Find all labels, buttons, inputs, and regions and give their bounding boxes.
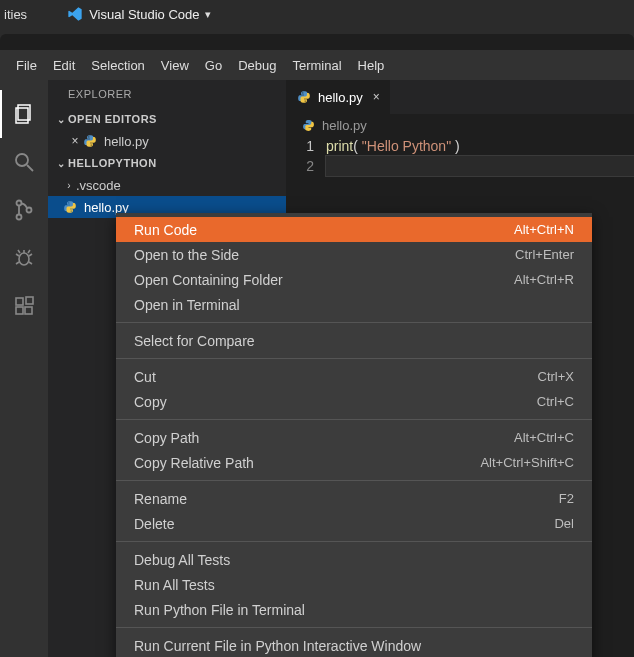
menu-debug[interactable]: Debug xyxy=(230,58,284,73)
context-menu-label: Copy Relative Path xyxy=(134,455,254,471)
context-menu-item[interactable]: Open Containing FolderAlt+Ctrl+R xyxy=(116,267,592,292)
menu-view[interactable]: View xyxy=(153,58,197,73)
menu-file[interactable]: File xyxy=(8,58,45,73)
app-title[interactable]: Visual Studio Code xyxy=(89,7,199,22)
close-icon[interactable]: × xyxy=(373,90,380,104)
window-top-edge xyxy=(0,34,634,50)
line-number: 2 xyxy=(286,156,314,176)
activity-explorer-icon[interactable] xyxy=(0,90,48,138)
menu-edit[interactable]: Edit xyxy=(45,58,83,73)
menu-help[interactable]: Help xyxy=(350,58,393,73)
activity-debug-icon[interactable] xyxy=(0,234,48,282)
context-menu-label: Open to the Side xyxy=(134,247,239,263)
os-titlebar: ities Visual Studio Code ▾ xyxy=(0,0,634,28)
context-menu-item[interactable]: CopyCtrl+C xyxy=(116,389,592,414)
python-file-icon xyxy=(300,117,316,133)
context-menu-shortcut: Alt+Ctrl+Shift+C xyxy=(480,455,574,470)
context-menu-item[interactable]: Open in Terminal xyxy=(116,292,592,317)
context-menu-item[interactable]: Debug All Tests xyxy=(116,547,592,572)
menu-separator xyxy=(116,627,592,628)
svg-rect-11 xyxy=(26,297,33,304)
context-menu-item[interactable]: Copy PathAlt+Ctrl+C xyxy=(116,425,592,450)
context-menu-label: Run Code xyxy=(134,222,197,238)
context-menu-item[interactable]: Open to the SideCtrl+Enter xyxy=(116,242,592,267)
context-menu-label: Copy Path xyxy=(134,430,199,446)
context-menu: Run CodeAlt+Ctrl+NOpen to the SideCtrl+E… xyxy=(116,213,592,657)
activities-label[interactable]: ities xyxy=(4,7,27,22)
menu-separator xyxy=(116,480,592,481)
svg-point-2 xyxy=(16,154,28,166)
menu-separator xyxy=(116,322,592,323)
context-menu-label: Open in Terminal xyxy=(134,297,240,313)
code-editor[interactable]: 1 2 print( "Hello Python" ) xyxy=(286,136,634,176)
context-menu-label: Debug All Tests xyxy=(134,552,230,568)
chevron-down-icon: ⌄ xyxy=(54,158,68,169)
context-menu-label: Delete xyxy=(134,516,174,532)
context-menu-label: Run Python File in Terminal xyxy=(134,602,305,618)
context-menu-item[interactable]: Run All Tests xyxy=(116,572,592,597)
menu-separator xyxy=(116,358,592,359)
line-number: 1 xyxy=(286,136,314,156)
context-menu-label: Run All Tests xyxy=(134,577,215,593)
context-menu-item[interactable]: RenameF2 xyxy=(116,486,592,511)
open-editor-item[interactable]: × hello.py xyxy=(48,130,286,152)
context-menu-item[interactable]: CutCtrl+X xyxy=(116,364,592,389)
context-menu-item[interactable]: Run Python File in Terminal xyxy=(116,597,592,622)
open-editors-header[interactable]: ⌄ OPEN EDITORS xyxy=(48,108,286,130)
vscode-icon xyxy=(67,6,83,22)
dropdown-arrow-icon[interactable]: ▾ xyxy=(205,8,211,21)
svg-point-6 xyxy=(27,208,32,213)
context-menu-shortcut: Alt+Ctrl+C xyxy=(514,430,574,445)
menu-separator xyxy=(116,419,592,420)
context-menu-item[interactable]: Select for Compare xyxy=(116,328,592,353)
svg-line-3 xyxy=(27,165,33,171)
context-menu-item[interactable]: DeleteDel xyxy=(116,511,592,536)
open-editor-name: hello.py xyxy=(104,134,149,149)
menu-selection[interactable]: Selection xyxy=(83,58,152,73)
python-file-icon xyxy=(82,133,98,149)
activity-extensions-icon[interactable] xyxy=(0,282,48,330)
svg-point-4 xyxy=(17,201,22,206)
activity-scm-icon[interactable] xyxy=(0,186,48,234)
python-file-icon xyxy=(296,89,312,105)
context-menu-shortcut: Alt+Ctrl+N xyxy=(514,222,574,237)
context-menu-label: Cut xyxy=(134,369,156,385)
breadcrumb-file: hello.py xyxy=(322,118,367,133)
workspace-header[interactable]: ⌄ HELLOPYTHON xyxy=(48,152,286,174)
context-menu-item[interactable]: Run Current File in Python Interactive W… xyxy=(116,633,592,657)
context-menu-shortcut: Del xyxy=(554,516,574,531)
context-menu-label: Copy xyxy=(134,394,167,410)
context-menu-shortcut: Ctrl+C xyxy=(537,394,574,409)
close-icon[interactable]: × xyxy=(68,134,82,148)
tab-hello-py[interactable]: hello.py × xyxy=(286,80,391,114)
context-menu-shortcut: Ctrl+X xyxy=(538,369,574,384)
context-menu-label: Open Containing Folder xyxy=(134,272,283,288)
breadcrumb[interactable]: hello.py xyxy=(286,114,634,136)
menu-go[interactable]: Go xyxy=(197,58,230,73)
context-menu-shortcut: Ctrl+Enter xyxy=(515,247,574,262)
context-menu-shortcut: F2 xyxy=(559,491,574,506)
context-menu-item[interactable]: Copy Relative PathAlt+Ctrl+Shift+C xyxy=(116,450,592,475)
context-menu-label: Select for Compare xyxy=(134,333,255,349)
folder-name: .vscode xyxy=(76,178,121,193)
line-gutter: 1 2 xyxy=(286,136,326,176)
code-content[interactable]: print( "Hello Python" ) xyxy=(326,136,634,176)
tab-label: hello.py xyxy=(318,90,363,105)
tab-strip: hello.py × xyxy=(286,80,634,114)
python-file-icon xyxy=(62,199,78,215)
svg-rect-8 xyxy=(16,298,23,305)
svg-rect-10 xyxy=(25,307,32,314)
context-menu-label: Rename xyxy=(134,491,187,507)
context-menu-label: Run Current File in Python Interactive W… xyxy=(134,638,421,654)
activity-bar xyxy=(0,80,48,657)
context-menu-shortcut: Alt+Ctrl+R xyxy=(514,272,574,287)
svg-point-5 xyxy=(17,215,22,220)
svg-rect-9 xyxy=(16,307,23,314)
sidebar-title: EXPLORER xyxy=(48,80,286,108)
chevron-down-icon: ⌄ xyxy=(54,114,68,125)
tree-folder[interactable]: › .vscode xyxy=(48,174,286,196)
menu-terminal[interactable]: Terminal xyxy=(284,58,349,73)
chevron-right-icon: › xyxy=(62,180,76,191)
activity-search-icon[interactable] xyxy=(0,138,48,186)
context-menu-item[interactable]: Run CodeAlt+Ctrl+N xyxy=(116,217,592,242)
